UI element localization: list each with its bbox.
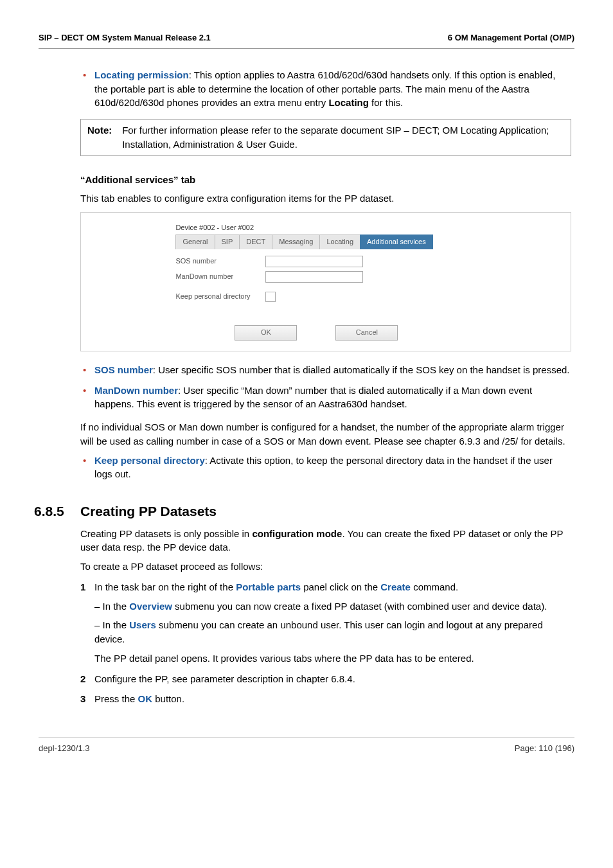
section-p1: Creating PP datasets is only possible in… xyxy=(80,527,571,555)
step-1-create: Create xyxy=(380,581,411,592)
header-left: SIP – DECT OM System Manual Release 2.1 xyxy=(39,32,211,44)
step-1-sub2-us: Users xyxy=(129,619,156,630)
step-3: 3 Press the OK button. xyxy=(80,692,571,706)
step-1-sub1: – In the Overview submenu you can now cr… xyxy=(94,599,571,614)
locating-bold: Locating xyxy=(328,97,369,108)
page-header: SIP – DECT OM System Manual Release 2.1 … xyxy=(39,32,574,49)
step-1-b: panel click on the xyxy=(301,581,380,592)
locating-tail: for this. xyxy=(369,97,403,108)
header-right: 6 OM Management Portal (OMP) xyxy=(448,32,574,44)
mandown-input[interactable] xyxy=(265,271,363,283)
locating-permission-lead: Locating permission xyxy=(94,69,189,80)
step-1: 1 In the task bar on the right of the Po… xyxy=(80,580,571,666)
step-3-a: Press the xyxy=(94,693,138,704)
dialog-tabs: General SIP DECT Messaging Locating Addi… xyxy=(175,235,457,249)
note-box: Note: For further information please ref… xyxy=(80,119,571,156)
mandown-label: ManDown number xyxy=(175,272,265,282)
bullet-mandown: ManDown number: User specific “Man down”… xyxy=(80,384,571,412)
step-2-text: Configure the PP, see parameter descript… xyxy=(94,673,355,684)
step-2: 2 Configure the PP, see parameter descri… xyxy=(80,672,571,686)
tab-sip[interactable]: SIP xyxy=(215,235,240,249)
bullet-locating-permission: Locating permission: This option applies… xyxy=(80,68,571,110)
section-p1-a: Creating PP datasets is only possible in xyxy=(80,528,252,539)
bullet-list-2: SOS number: User specific SOS number tha… xyxy=(80,363,571,411)
field-sos: SOS number xyxy=(175,256,457,267)
step-1-sub2: – In the Users submenu you can create an… xyxy=(94,618,571,646)
step-2-num: 2 xyxy=(80,672,85,686)
field-mandown: ManDown number xyxy=(175,271,457,283)
mid-paragraph: If no individual SOS or Man down number … xyxy=(80,420,571,448)
section-p2: To create a PP dataset proceed as follow… xyxy=(80,560,571,574)
additional-services-heading: “Additional services” tab xyxy=(80,173,571,187)
footer-left: depl-1230/1.3 xyxy=(39,743,90,755)
keep-lead: Keep personal directory xyxy=(94,455,205,466)
step-3-ok: OK xyxy=(138,693,153,704)
tab-messaging[interactable]: Messaging xyxy=(272,235,320,249)
section-title: Creating PP Datasets xyxy=(80,502,217,521)
tab-dect[interactable]: DECT xyxy=(239,235,272,249)
step-1-pp: Portable parts xyxy=(236,581,301,592)
sos-input[interactable] xyxy=(265,256,363,267)
step-1-sub2-b: submenu you can create an unbound user. … xyxy=(94,619,543,644)
note-label: Note: xyxy=(87,123,120,137)
sos-label: SOS number xyxy=(175,256,265,267)
steps-list: 1 In the task bar on the right of the Po… xyxy=(80,580,571,706)
sos-rest: : User specific SOS number that is diall… xyxy=(153,364,570,375)
tab-locating[interactable]: Locating xyxy=(319,235,360,249)
step-1-num: 1 xyxy=(80,580,85,594)
keep-checkbox[interactable] xyxy=(265,292,276,302)
section-number: 6.8.5 xyxy=(34,502,80,521)
tab-additional-services[interactable]: Additional services xyxy=(360,235,433,249)
step-1-a: In the task bar on the right of the xyxy=(94,581,236,592)
footer-right: Page: 110 (196) xyxy=(515,743,574,755)
step-1-c: command. xyxy=(411,581,458,592)
top-bullet-list: Locating permission: This option applies… xyxy=(80,68,571,110)
dialog-buttons: OK Cancel xyxy=(175,325,457,341)
bullet-list-3: Keep personal directory: Activate this o… xyxy=(80,454,571,482)
keep-label: Keep personal directory xyxy=(175,292,265,302)
step-1-sub1-b: submenu you can now create a fixed PP da… xyxy=(172,601,547,612)
section-p1-bold: configuration mode xyxy=(252,528,342,539)
field-keep: Keep personal directory xyxy=(175,292,457,302)
step-1-sub1-ov: Overview xyxy=(129,601,172,612)
note-text: For further information please refer to … xyxy=(122,123,560,152)
cancel-button[interactable]: Cancel xyxy=(335,325,398,341)
step-1-sub1-a: – In the xyxy=(94,601,129,612)
dialog-title: Device #002 - User #002 xyxy=(175,223,457,233)
page-footer: depl-1230/1.3 Page: 110 (196) xyxy=(39,737,574,755)
section-heading-row: 6.8.5 Creating PP Datasets xyxy=(80,502,571,521)
page-content: Locating permission: This option applies… xyxy=(39,68,574,706)
additional-services-intro: This tab enables to configure extra conf… xyxy=(80,191,571,206)
step-3-num: 3 xyxy=(80,692,85,706)
dialog-screenshot: Device #002 - User #002 General SIP DECT… xyxy=(80,212,571,351)
sos-lead: SOS number xyxy=(94,364,153,375)
step-1-sub3: The PP detail panel opens. It provides v… xyxy=(94,651,571,666)
bullet-sos: SOS number: User specific SOS number tha… xyxy=(80,363,571,377)
step-1-sub2-a: – In the xyxy=(94,619,129,630)
bullet-keep: Keep personal directory: Activate this o… xyxy=(80,454,571,482)
mandown-lead: ManDown number xyxy=(94,385,178,396)
step-3-b: button. xyxy=(152,693,184,704)
ok-button[interactable]: OK xyxy=(235,325,297,341)
tab-general[interactable]: General xyxy=(175,235,215,249)
